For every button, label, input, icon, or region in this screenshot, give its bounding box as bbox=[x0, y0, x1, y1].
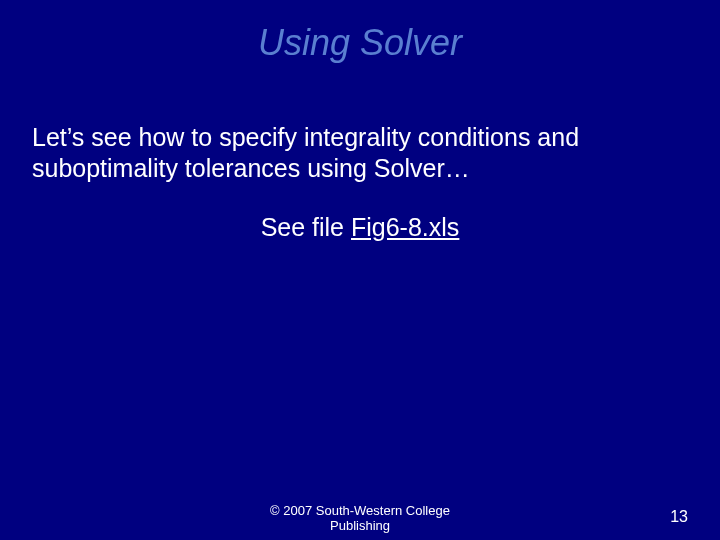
file-link[interactable]: Fig6-8.xls bbox=[351, 213, 459, 241]
slide: Using Solver Let’s see how to specify in… bbox=[0, 0, 720, 540]
slide-body: Let’s see how to specify integrality con… bbox=[0, 64, 720, 242]
footer-line-1: © 2007 South-Western College bbox=[0, 503, 720, 519]
footer-line-2: Publishing bbox=[0, 518, 720, 534]
slide-title: Using Solver bbox=[0, 0, 720, 64]
page-number: 13 bbox=[670, 508, 688, 526]
see-file-line: See file Fig6-8.xls bbox=[32, 213, 688, 242]
body-paragraph: Let’s see how to specify integrality con… bbox=[32, 122, 688, 185]
footer-copyright: © 2007 South-Western College Publishing bbox=[0, 503, 720, 534]
see-file-prefix: See file bbox=[261, 213, 351, 241]
